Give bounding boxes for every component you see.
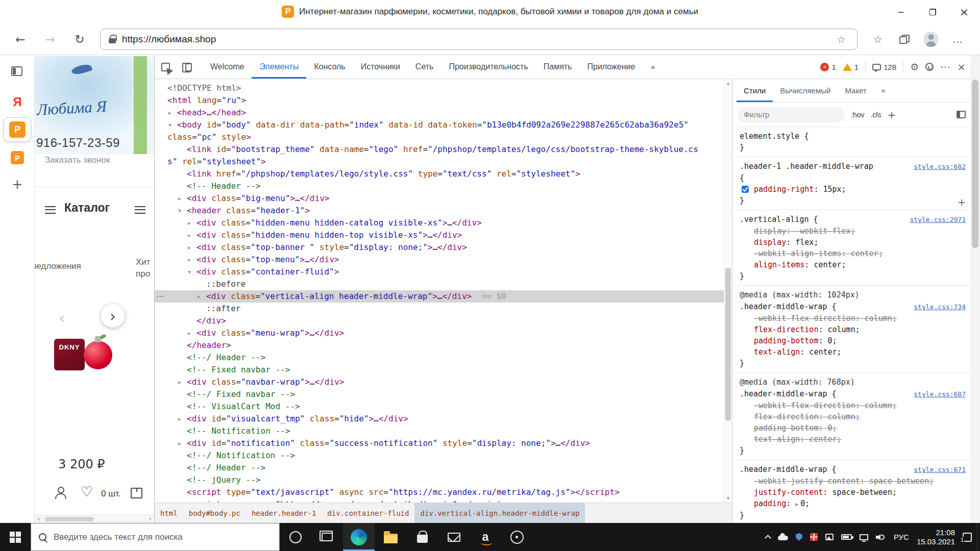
style-rule[interactable]: .header-1 .header-middle-wrapstyle.css:6… [732, 157, 971, 210]
dom-row[interactable]: ▸<div id="notification" class="success-n… [155, 437, 732, 449]
tray-expand-icon[interactable] [765, 535, 771, 541]
twisty-icon[interactable]: ▸ [188, 217, 195, 229]
css-property[interactable]: text-align: center; [740, 346, 966, 358]
twisty-icon[interactable]: ▸ [188, 229, 195, 241]
error-badge[interactable]: × 1 [820, 63, 836, 71]
devtools-close-button[interactable]: × [957, 61, 966, 73]
taskbar-edge-button[interactable] [343, 523, 375, 551]
catalog-menu-icon[interactable] [45, 206, 56, 214]
account-icon[interactable] [54, 487, 66, 499]
css-source-link[interactable]: style.css:687 [914, 389, 966, 400]
dom-row[interactable]: class="pc" style> [155, 131, 732, 143]
dom-row[interactable]: </header> [155, 339, 732, 352]
vertical-tabs-toggle-icon[interactable] [11, 66, 22, 76]
tab-shop-active[interactable]: P [4, 117, 31, 142]
forward-button[interactable]: → [39, 28, 61, 51]
dom-row[interactable]: ▾<body id="body" data-dir data-path="ind… [155, 119, 732, 131]
twisty-icon[interactable]: ▸ [198, 290, 205, 303]
shorthand-expand-icon[interactable]: ▸ [795, 500, 800, 508]
battery-icon[interactable] [841, 534, 852, 540]
computed-panel-toggle-icon[interactable] [957, 111, 966, 118]
dom-row-selected[interactable]: ▸<div class="vertical-align header-middl… [155, 290, 732, 303]
back-button[interactable]: ← [9, 28, 32, 51]
css-property[interactable]: padding-right: 15px; [740, 184, 966, 195]
wishlist-heart-icon[interactable]: ♡ [81, 484, 93, 499]
css-property[interactable]: -webkit-align-items: center; [740, 248, 966, 259]
dom-row[interactable]: ▾<header class="header-1"> [155, 205, 732, 217]
dom-row[interactable]: <!-- Fixed navbar --> [155, 364, 732, 376]
css-property[interactable]: -webkit-flex-direction: column; [740, 313, 966, 324]
profile-button[interactable] [918, 28, 944, 51]
dom-row[interactable]: ▸<div class="top-banner " style="display… [155, 241, 732, 254]
styles-tab-вычисляемый[interactable]: Вычисляемый [773, 79, 838, 102]
dom-row[interactable]: ▾<div class="container-fluid"> [155, 266, 732, 278]
twisty-icon[interactable]: ▸ [188, 241, 195, 254]
css-property[interactable]: text-align: center; [740, 434, 966, 445]
browser-menu-button[interactable]: … [944, 28, 971, 51]
dom-overflow-menu-icon[interactable]: ⋯ [156, 290, 165, 303]
taskbar-media-app-button[interactable] [501, 523, 533, 551]
menu-icon[interactable] [135, 206, 145, 214]
css-property[interactable]: -webkit-flex-direction: column; [740, 400, 966, 411]
taskbar-explorer-button[interactable] [375, 523, 406, 551]
cloud-icon[interactable] [778, 536, 788, 540]
dom-row[interactable]: ▸<div id="visualcart_tmp" class="hide">…… [155, 413, 732, 425]
css-source-link[interactable]: style.css:734 [914, 302, 966, 313]
photo-icon[interactable] [825, 534, 834, 540]
dom-row[interactable]: <!--/ Notification --> [155, 449, 732, 462]
warning-badge[interactable]: 1 [843, 63, 859, 71]
twisty-icon[interactable]: ▸ [178, 376, 186, 388]
cart-box-icon[interactable] [131, 488, 142, 498]
favorite-star-icon[interactable]: ☆ [834, 34, 849, 45]
devtools-tab-источники[interactable]: Источники [353, 55, 408, 79]
twisty-icon[interactable]: ▾ [168, 119, 176, 131]
show-desktop-button[interactable] [977, 523, 980, 551]
collections-button[interactable] [891, 28, 918, 51]
styles-panel-scrollbar[interactable] [970, 55, 980, 523]
css-source-link[interactable]: style.css:682 [914, 161, 966, 172]
breadcrumb-item[interactable]: body#body.pc [183, 503, 246, 523]
inspect-element-button[interactable] [155, 55, 176, 79]
twisty-icon[interactable]: ▸ [188, 327, 195, 339]
dom-row[interactable]: <!--/ Header --> [155, 352, 732, 364]
network-icon[interactable] [860, 534, 868, 540]
breadcrumb-item[interactable]: html [155, 503, 183, 523]
taskbar-store-button[interactable] [406, 523, 438, 551]
dom-row[interactable]: <html lang="ru"> [155, 94, 732, 107]
close-button[interactable]: × [948, 0, 980, 23]
taskbar-mail-button[interactable] [438, 523, 470, 551]
insert-rule-button[interactable]: + [958, 196, 966, 208]
css-property[interactable]: display: flex; [740, 237, 966, 248]
css-property[interactable]: display: -webkit-flex; [740, 226, 966, 237]
dom-row[interactable]: <!--/ Fixed navbar --> [155, 388, 732, 400]
action-center-icon[interactable]: 1 [963, 533, 972, 542]
breadcrumb-item[interactable]: div.container-fluid [322, 503, 414, 523]
element-class-toggle[interactable]: .cls [870, 111, 881, 119]
scroll-right-icon[interactable]: › [149, 515, 152, 523]
twisty-icon[interactable]: ▸ [168, 107, 176, 119]
devtools-tab-приложение[interactable]: Приложение [579, 55, 643, 79]
css-property[interactable]: padding-bottom: 0; [740, 335, 966, 346]
carousel-prev-button[interactable]: ‹ [50, 306, 74, 330]
dom-row[interactable]: ::after [155, 303, 732, 315]
twisty-icon[interactable]: ▸ [178, 192, 186, 205]
scroll-down-icon[interactable]: ▾ [724, 495, 732, 502]
dom-row[interactable]: </div> [155, 315, 732, 327]
dom-row[interactable]: ▸<div class="menu-wrap">…</div> [155, 327, 732, 339]
dom-row[interactable]: <link id="bootstrap_theme" data-name="le… [155, 143, 732, 156]
css-property[interactable]: padding: ▸ 0; [740, 498, 966, 510]
dom-row[interactable]: ▸<div class="top-menu">…</div> [155, 254, 732, 266]
task-view-button[interactable] [311, 523, 343, 551]
devtools-tab-консоль[interactable]: Консоль [306, 55, 353, 79]
new-tab-button[interactable]: + [0, 177, 35, 192]
call-request-link[interactable]: Заказать звонок [45, 155, 110, 165]
tab-special-offers[interactable]: редложения [35, 261, 81, 271]
style-rule[interactable]: @media (max-width: 1024px).header-middle… [732, 286, 971, 373]
carousel-next-button[interactable]: › [101, 304, 125, 328]
phone-number[interactable]: 916-157-23-59 [36, 136, 120, 150]
breadcrumb-item[interactable]: header.header-1 [246, 503, 322, 523]
dom-row[interactable]: ::before [155, 278, 732, 290]
taskbar-search-box[interactable]: Введите здесь текст для поиска [31, 523, 280, 551]
tab-bestsellers[interactable]: Хит про [136, 256, 154, 280]
taskbar-amazon-button[interactable]: a [470, 523, 501, 551]
